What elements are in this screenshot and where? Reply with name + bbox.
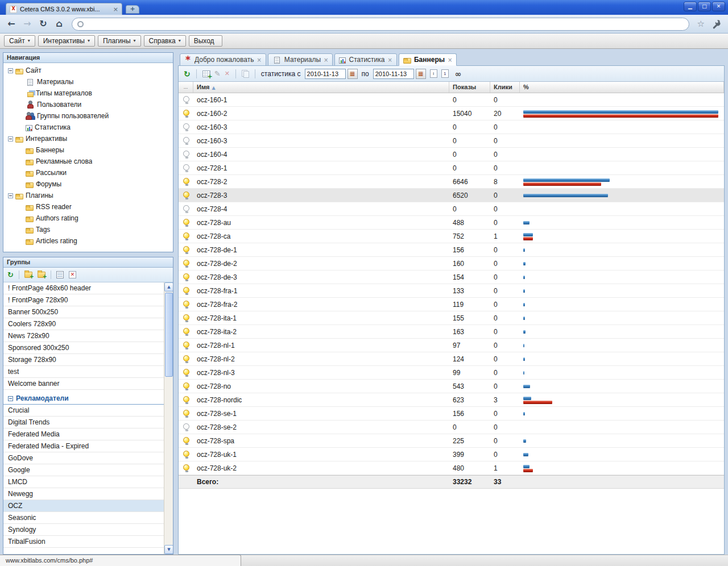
group-item[interactable]: Crucial [3,405,164,417]
menu-item[interactable]: Плагины ▾ [98,35,141,47]
banner-status-bulb-icon[interactable] [183,246,189,252]
tree-item[interactable]: Материалы [3,76,173,88]
banner-status-bulb-icon[interactable] [183,137,189,143]
minimize-button[interactable]: ▁ [684,2,697,11]
calendar-from-icon[interactable]: ▦ [348,69,358,79]
group-item[interactable]: test [3,366,164,378]
group-properties-icon[interactable] [56,271,64,278]
group-item[interactable]: Seasonic [3,512,164,524]
refresh-icon[interactable]: ↻ [184,70,191,78]
group-item[interactable]: TribalFusion [3,536,164,548]
tab-close-icon[interactable] [388,56,392,64]
date-from-input[interactable] [305,69,346,79]
menu-item[interactable]: Сайт ▾ [4,35,35,47]
group-item[interactable]: ! FrontPage 468x60 header [3,282,164,294]
banner-status-bulb-icon[interactable] [183,151,189,157]
banner-row[interactable]: ocz-728-fra-2 119 0 [179,298,724,311]
group-item[interactable]: News 728x90 [3,330,164,342]
tree-item[interactable]: Группы пользователей [3,110,173,122]
delete-banner-icon[interactable]: ✕ [225,70,230,77]
tree-item[interactable]: Статистика [3,122,173,133]
banner-row[interactable]: ocz-160-2 15040 20 [179,107,724,120]
banner-row[interactable]: ocz-160-1 0 0 [179,93,724,107]
banner-row[interactable]: ocz-728-ca 752 1 [179,230,724,243]
forward-button[interactable]: → [20,17,34,31]
banner-status-bulb-icon[interactable] [183,192,189,198]
back-button[interactable]: ← [5,17,18,31]
delete-group-icon[interactable]: ✕ [69,271,76,278]
info-icon[interactable]: i [430,69,437,78]
banner-status-bulb-icon[interactable] [183,342,189,348]
banner-row[interactable]: ocz-728-se-2 0 0 [179,421,724,434]
tree-item[interactable]: Плагины [3,190,173,201]
close-button[interactable]: ✕ [712,2,725,11]
address-bar-input[interactable] [88,20,684,28]
banner-status-bulb-icon[interactable] [183,301,189,307]
group-item[interactable]: ! FrontPage 728x90 [3,294,164,306]
add-banner-icon[interactable] [202,70,210,77]
banner-row[interactable]: ocz-728-de-1 156 0 [179,243,724,257]
tree-item[interactable]: Authors rating [3,213,173,224]
group-item[interactable]: GoDove [3,452,164,464]
banner-status-bulb-icon[interactable] [183,437,189,443]
group-item[interactable]: Google [3,464,164,476]
group-item[interactable]: Digital Trends [3,417,164,428]
groups-scrollbar[interactable]: ▲ ▼ [164,282,173,554]
column-header-shows[interactable]: Показы [449,82,490,93]
group-item[interactable]: Federated Media - Expired [3,440,164,452]
tree-item[interactable]: Articles rating [3,235,173,247]
banner-row[interactable]: ocz-160-3 0 0 [179,120,724,134]
banner-status-bulb-icon[interactable] [183,219,189,225]
scroll-up-icon[interactable]: ▲ [164,282,173,292]
menu-item[interactable]: Выход [189,35,222,47]
banner-status-bulb-icon[interactable] [183,164,189,170]
tab-close-icon[interactable] [257,56,261,64]
banner-status-bulb-icon[interactable] [183,369,189,375]
tab-close-icon[interactable] [448,56,452,64]
banner-row[interactable]: ocz-728-uk-1 399 0 [179,448,724,461]
collapse-icon[interactable] [8,396,13,401]
tree-item[interactable]: Рекламные слова [3,156,173,167]
banner-row[interactable]: ocz-728-3 6520 0 [179,189,724,202]
content-tab[interactable]: Материалы [268,53,333,66]
group-item[interactable]: Sponsored 300x250 [3,342,164,354]
banner-status-bulb-icon[interactable] [183,205,189,211]
tree-item[interactable]: Сайт [3,65,173,76]
content-tab[interactable]: Баннеры [399,53,457,66]
date-to-input[interactable] [373,69,414,79]
banner-row[interactable]: ocz-728-1 0 0 [179,161,724,175]
menu-item[interactable]: Справка ▾ [144,35,186,47]
banner-status-bulb-icon[interactable] [183,423,189,430]
refresh-groups-icon[interactable]: ↻ [7,271,14,278]
scrollbar-thumb[interactable] [165,293,173,377]
group-item[interactable]: Welcome banner [3,378,164,390]
column-header-pct[interactable]: % [520,82,724,93]
add-subgroup-icon[interactable] [38,272,46,278]
banner-status-bulb-icon[interactable] [183,287,189,293]
banner-status-bulb-icon[interactable] [183,96,189,102]
new-tab-button[interactable]: + [126,5,139,14]
group-item[interactable]: Newegg [3,488,164,500]
banner-status-bulb-icon[interactable] [183,396,189,402]
reload-button[interactable]: ↻ [36,17,50,31]
banner-row[interactable]: ocz-728-nordic 623 3 [179,393,724,407]
banner-status-bulb-icon[interactable] [183,451,189,457]
banner-row[interactable]: ocz-728-nl-2 124 0 [179,352,724,366]
tree-item[interactable]: Пользователи [3,99,173,110]
link-icon[interactable]: ∞ [455,70,461,78]
banner-row[interactable]: ocz-728-se-1 156 0 [179,407,724,421]
banner-row[interactable]: ocz-728-de-2 160 0 [179,257,724,270]
banner-row[interactable]: ocz-160-3 0 0 [179,134,724,148]
restore-button[interactable]: □ [698,2,711,11]
group-item[interactable]: Banner 500x250 [3,306,164,318]
banner-row[interactable]: ocz-728-4 0 0 [179,202,724,216]
banner-row[interactable]: ocz-728-spa 225 0 [179,434,724,448]
banner-row[interactable]: ocz-728-fra-1 133 0 [179,284,724,298]
banner-status-bulb-icon[interactable] [183,232,189,239]
banner-status-bulb-icon[interactable] [183,123,189,130]
group-item[interactable]: OCZ [3,500,164,512]
group-item[interactable]: LMCD [3,476,164,488]
banner-status-bulb-icon[interactable] [183,382,189,389]
add-group-icon[interactable] [24,272,32,278]
banner-status-bulb-icon[interactable] [183,355,189,361]
